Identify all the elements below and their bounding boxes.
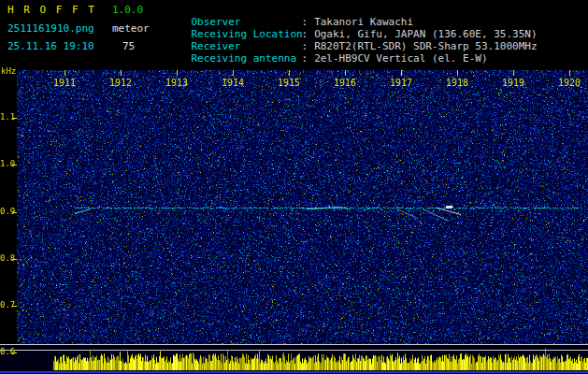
echo-count: 75 [122,40,135,52]
spectrogram-canvas [0,70,588,374]
freq-tick-label: 0.6 [0,347,14,357]
app-title: H R O F F T [7,4,96,16]
freq-tick-label: 0.7 [0,300,14,310]
time-tick-label: 1913 [165,79,189,88]
capture-filename: 2511161910.png [7,22,94,35]
freq-tick-label: 0.9 [0,207,14,217]
time-tick-label: 1911 [52,79,77,88]
time-tick-label: 1915 [277,79,301,88]
info-value: 2el-HB9CV Vertical (el. E-W) [314,52,487,65]
app-version: 1.0.0 [112,4,143,16]
info-colon: : [302,52,308,65]
observation-mode: meteor [112,22,150,35]
hrofft-window: H R O F F T 1.0.0 2511161910.png meteor … [0,0,588,374]
freq-tick-label: 1.1 [0,112,14,122]
time-tick-label: 1912 [108,79,133,88]
time-tick-label: 1917 [389,79,413,88]
freq-axis-unit: kHz [1,66,16,76]
time-tick-label: 1914 [221,79,245,88]
time-tick-label: 1919 [501,79,525,88]
capture-datetime: 25.11.16 19:10 [7,40,94,52]
freq-tick-label: 1.0 [0,159,14,169]
time-tick-label: 1916 [333,79,357,88]
time-tick-label: 1918 [445,79,469,88]
time-tick-label: 1920 [557,79,581,88]
freq-tick-label: 0.8 [0,253,14,264]
info-label: Receiving antenna [192,52,302,65]
